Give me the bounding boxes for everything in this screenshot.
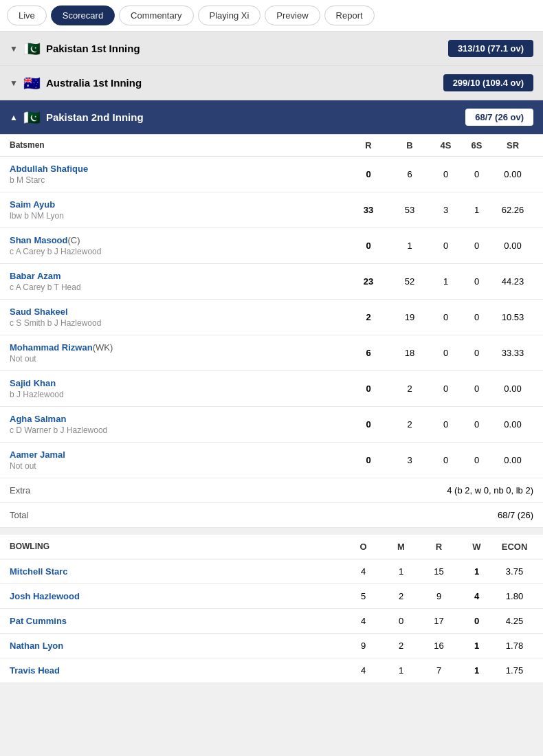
bowler-name-0[interactable]: Mitchell Starc [10,566,344,577]
bat-b-6: 2 [389,383,430,394]
flag-aus1: 🇦🇺 [23,75,41,91]
bat-r-3: 23 [348,276,389,287]
batsman-name-4[interactable]: Saud Shakeel [10,307,348,317]
col-b: B [389,140,430,151]
dismissal-5: Not out [10,354,348,364]
inning-title-aus1: Australia 1st Inning [46,77,142,89]
expand-arrow-pak1: ▼ [10,44,18,54]
bat-b-2: 1 [389,241,430,251]
bowler-name-4[interactable]: Travis Head [10,665,344,676]
bat-sr-7: 0.00 [492,419,533,430]
bowl-r-3: 16 [420,641,458,651]
batsman-info-5: Mohammad Rizwan(WK) Not out [10,342,348,364]
bat-b-4: 19 [389,312,430,322]
tab-preview[interactable]: Preview [265,5,320,25]
batsman-name-3[interactable]: Babar Azam [10,271,348,281]
batting-row-2: Shan Masood(C) c A Carey b J Hazlewood 0… [0,228,543,264]
bowl-r-4: 7 [420,665,458,676]
batting-row-1: Saim Ayub lbw b NM Lyon 33 53 3 1 62.26 [0,192,543,228]
bowl-o-1: 5 [344,591,382,601]
bowling-row-4: Travis Head 4 1 7 1 1.75 [0,658,543,683]
bat-4s-2: 0 [430,241,461,251]
extra-row: Extra 4 (b 2, w 0, nb 0, lb 2) [0,478,543,503]
batting-section: Batsmen R B 4S 6S SR Abdullah Shafique b… [0,135,543,528]
dismissal-8: Not out [10,461,348,471]
bat-sr-8: 0.00 [492,455,533,465]
pakistan-1st-inning-header[interactable]: ▼ 🇵🇰 Pakistan 1st Inning 313/10 (77.1 ov… [0,32,543,66]
bat-r-2: 0 [348,241,389,251]
bowling-header: BOWLING O M R W ECON [0,535,543,559]
tab-commentary[interactable]: Commentary [119,5,193,25]
batting-row-6: Sajid Khan b J Hazlewood 0 2 0 0 0.00 [0,371,543,407]
batsman-name-6[interactable]: Sajid Khan [10,378,348,388]
bowler-name-3[interactable]: Nathan Lyon [10,641,344,651]
bowl-m-1: 2 [382,591,420,601]
extra-label: Extra [10,485,30,496]
bat-sr-6: 0.00 [492,383,533,394]
bowl-econ-0: 3.75 [496,566,533,577]
bat-b-7: 2 [389,419,430,430]
batsman-info-8: Aamer Jamal Not out [10,449,348,471]
bowling-rows: Mitchell Starc 4 1 15 1 3.75 Josh Hazlew… [0,559,543,683]
bat-b-0: 6 [389,169,430,179]
dismissal-4: c S Smith b J Hazlewood [10,318,348,328]
bat-6s-3: 0 [461,276,492,287]
batting-row-5: Mohammad Rizwan(WK) Not out 6 18 0 0 33.… [0,335,543,371]
bat-4s-3: 1 [430,276,461,287]
dismissal-6: b J Hazlewood [10,390,348,399]
bat-r-6: 0 [348,383,389,394]
bat-6s-7: 0 [461,419,492,430]
pakistan-2nd-inning-header[interactable]: ▲ 🇵🇰 Pakistan 2nd Inning 68/7 (26 ov) [0,100,543,135]
dismissal-7: c D Warner b J Hazlewood [10,425,348,435]
bowl-o-0: 4 [344,566,382,577]
col-batsmen: Batsmen [10,140,348,151]
bowl-m-4: 1 [382,665,420,676]
bowl-o-2: 4 [344,616,382,626]
tab-report[interactable]: Report [324,5,375,25]
tab-live[interactable]: Live [7,5,47,25]
bat-6s-8: 0 [461,455,492,465]
batsman-name-2[interactable]: Shan Masood(C) [10,235,348,245]
bowl-o-4: 4 [344,665,382,676]
batsman-info-1: Saim Ayub lbw b NM Lyon [10,199,348,221]
australia-1st-inning-header[interactable]: ▼ 🇦🇺 Australia 1st Inning 299/10 (109.4 … [0,66,543,100]
batting-row-7: Agha Salman c D Warner b J Hazlewood 0 2… [0,407,543,443]
bat-4s-8: 0 [430,455,461,465]
bat-r-8: 0 [348,455,389,465]
tab-playing-xi[interactable]: Playing Xi [198,5,261,25]
bowler-name-2[interactable]: Pat Cummins [10,616,344,626]
bowl-r-1: 9 [420,591,458,601]
bat-4s-5: 0 [430,348,461,358]
col-6s: 6S [461,140,492,151]
tab-scorecard[interactable]: Scorecard [51,5,115,25]
dismissal-2: c A Carey b J Hazlewood [10,247,348,256]
bowler-name-1[interactable]: Josh Hazlewood [10,591,344,601]
batting-row-8: Aamer Jamal Not out 0 3 0 0 0.00 [0,443,543,478]
bowl-w-3: 1 [458,641,496,651]
bowl-w-4: 1 [458,665,496,676]
col-w: W [458,542,496,552]
bat-sr-0: 0.00 [492,169,533,179]
batsman-name-5[interactable]: Mohammad Rizwan(WK) [10,342,348,353]
batsman-name-8[interactable]: Aamer Jamal [10,449,348,460]
inning-title-pak1: Pakistan 1st Inning [46,43,140,54]
bowl-w-1: 4 [458,591,496,601]
batsman-info-6: Sajid Khan b J Hazlewood [10,378,348,399]
flag-pak2: 🇵🇰 [23,109,41,126]
inning-left-aus1: ▼ 🇦🇺 Australia 1st Inning [10,75,142,91]
inning-score-pak1: 313/10 (77.1 ov) [448,40,533,57]
bat-6s-6: 0 [461,383,492,394]
bat-4s-6: 0 [430,383,461,394]
batsman-name-1[interactable]: Saim Ayub [10,199,348,210]
bowl-m-3: 2 [382,641,420,651]
col-bowling: BOWLING [10,542,344,552]
flag-pak1: 🇵🇰 [23,41,41,57]
bat-sr-2: 0.00 [492,241,533,251]
col-4s: 4S [430,140,461,151]
batsman-name-0[interactable]: Abdullah Shafique [10,164,348,174]
batsman-info-7: Agha Salman c D Warner b J Hazlewood [10,414,348,435]
bat-b-5: 18 [389,348,430,358]
batsman-info-3: Babar Azam c A Carey b T Head [10,271,348,292]
expand-arrow-pak2: ▲ [10,113,18,122]
batsman-name-7[interactable]: Agha Salman [10,414,348,424]
